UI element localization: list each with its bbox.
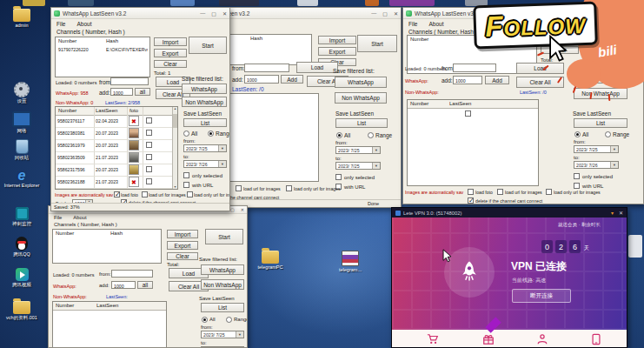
- dropdown-icon[interactable]: ▾: [218, 161, 226, 167]
- list-button[interactable]: List: [335, 118, 388, 128]
- dropdown-icon[interactable]: ▾: [372, 147, 380, 153]
- table-row[interactable]: 95802362188 21.07.2023 ✖: [56, 176, 173, 189]
- dropdown-icon[interactable]: ▾: [610, 162, 618, 168]
- desktop-icon-admin[interactable]: admin: [2, 9, 42, 28]
- from-input[interactable]: [110, 77, 149, 85]
- start-button[interactable]: Start: [189, 37, 227, 54]
- dropdown-icon[interactable]: ▾: [372, 163, 380, 169]
- clear-button[interactable]: Clear: [167, 252, 198, 260]
- partial-icon[interactable]: [219, 0, 259, 6]
- import-button[interactable]: Import: [318, 36, 356, 44]
- row-checkbox[interactable]: [465, 110, 471, 117]
- partial-icon[interactable]: [297, 0, 318, 6]
- add-input[interactable]: 1000: [244, 75, 279, 84]
- to-date-picker[interactable]: 2023/ 7/25▾: [335, 162, 381, 170]
- table-row[interactable]: 95862317596 20.07.2023: [56, 164, 173, 177]
- table-row[interactable]: 95802380381 20.07.2023: [56, 127, 173, 140]
- with-url-checkbox[interactable]: [574, 183, 580, 189]
- maximize-icon[interactable]: ▢: [211, 10, 216, 17]
- desktop-icon-ie[interactable]: e Internet Explorer: [2, 169, 42, 188]
- from-date-picker[interactable]: 2023/ 7/25▾: [183, 144, 227, 152]
- non-whatsapp-button[interactable]: Non WhatsApp: [201, 279, 244, 290]
- delete-channel-checkbox[interactable]: [468, 197, 474, 204]
- menu-file[interactable]: File: [408, 21, 417, 27]
- radio-all[interactable]: [574, 131, 581, 137]
- minimize-icon[interactable]: —: [200, 10, 205, 17]
- load-button[interactable]: Load: [516, 63, 564, 74]
- whatsapp-button[interactable]: WhatsApp: [201, 264, 244, 275]
- load-url-checkbox[interactable]: [497, 189, 503, 195]
- row-checkbox[interactable]: [146, 166, 152, 172]
- menu-file[interactable]: File: [56, 21, 65, 27]
- close-icon[interactable]: ✕: [394, 10, 398, 17]
- table-scrollbar[interactable]: ▲▼: [172, 107, 177, 189]
- close-icon[interactable]: ✕: [619, 210, 623, 216]
- radio-range[interactable]: [368, 132, 374, 138]
- radio-range[interactable]: [605, 131, 611, 137]
- channels-list[interactable]: Number Hash: [52, 229, 162, 264]
- table-row[interactable]: 95802361979 20.07.2023: [56, 139, 173, 152]
- to-date-picker[interactable]: 2023/ 7/26▾: [183, 160, 227, 168]
- disconnect-button[interactable]: 断开连接: [512, 289, 571, 303]
- desktop-icon-telegram-rar[interactable]: telegram...: [330, 251, 370, 272]
- list-button[interactable]: List: [201, 303, 244, 312]
- radio-range[interactable]: [208, 130, 214, 137]
- non-whatsapp-button[interactable]: Non WhatsApp: [335, 92, 387, 104]
- lastseen-table[interactable]: Number LastSeen foto 95802376117 02.04.2…: [55, 106, 178, 190]
- from-input[interactable]: [111, 270, 153, 278]
- list-button[interactable]: List: [183, 118, 227, 127]
- non-whatsapp-button[interactable]: Non WhatsApp: [182, 97, 227, 107]
- load-url-checkbox[interactable]: [142, 191, 148, 197]
- clear-button[interactable]: Clear: [154, 60, 187, 68]
- list-button[interactable]: List: [574, 118, 627, 128]
- export-button[interactable]: Export: [167, 241, 198, 250]
- menu-about[interactable]: About: [73, 215, 86, 220]
- table-row[interactable]: 95802376117 02.04.2023 ✖: [56, 115, 173, 128]
- partial-icon[interactable]: [389, 0, 435, 6]
- export-button[interactable]: Export: [154, 49, 187, 57]
- load-button[interactable]: Load: [296, 62, 338, 73]
- device-icon[interactable]: [590, 333, 602, 345]
- close-icon[interactable]: ✕: [222, 10, 227, 17]
- desktop-icon-telegrampc[interactable]: telegramPC: [250, 251, 290, 270]
- partial-icon[interactable]: [170, 0, 195, 6]
- only-selected-checkbox[interactable]: [183, 172, 189, 178]
- gift-icon[interactable]: [482, 333, 495, 345]
- import-button[interactable]: Import: [167, 230, 198, 238]
- row-checkbox[interactable]: [146, 142, 152, 148]
- start-button[interactable]: Start: [357, 35, 397, 52]
- desktop-icon-monitor[interactable]: 神刺监控: [2, 207, 42, 226]
- desktop-icon-vch-folder[interactable]: vch的资料.001: [2, 301, 42, 320]
- add-button[interactable]: Add: [485, 76, 509, 84]
- load-url-checkbox[interactable]: [236, 185, 242, 191]
- account-icon[interactable]: [536, 333, 548, 345]
- row-checkbox[interactable]: [146, 154, 152, 160]
- desktop-icon-qq[interactable]: 腾讯QQ: [2, 237, 42, 257]
- row-checkbox[interactable]: [146, 178, 152, 184]
- dropdown-icon[interactable]: ▾: [236, 331, 243, 338]
- desktop-icon-network[interactable]: 网络: [2, 111, 42, 133]
- start-button[interactable]: Start: [205, 229, 243, 244]
- dropdown-icon[interactable]: ▾: [218, 145, 226, 151]
- maximize-icon[interactable]: ▢: [230, 207, 235, 212]
- partial-icon[interactable]: [23, 0, 45, 6]
- non-whatsapp-button[interactable]: Non WhatsApp: [574, 88, 627, 99]
- load-only-url-checkbox[interactable]: [546, 189, 552, 195]
- lastseen-table[interactable]: Number LastSeen: [407, 99, 539, 186]
- channels-list[interactable]: Number Hash 917907226220 E:\OKC\FIVTEXER…: [55, 37, 150, 77]
- only-selected-checkbox[interactable]: [574, 173, 580, 179]
- radio-all[interactable]: [336, 132, 342, 138]
- load-foto-checkbox[interactable]: [468, 189, 474, 195]
- menu-file[interactable]: File: [54, 215, 62, 220]
- add-input[interactable]: 1000: [110, 88, 133, 96]
- maximize-icon[interactable]: ▢: [382, 10, 388, 17]
- dropdown-icon[interactable]: ▾: [610, 146, 618, 152]
- radio-range[interactable]: [226, 317, 232, 323]
- from-input[interactable]: [244, 64, 289, 72]
- add-button[interactable]: all: [137, 281, 153, 289]
- export-button[interactable]: Export: [318, 47, 356, 56]
- titlebar[interactable]: Lete VPN 3.0: (51748002) ▾✕: [392, 208, 627, 218]
- close-icon[interactable]: ✕: [241, 207, 244, 212]
- dropdown-icon[interactable]: ▾: [611, 210, 614, 216]
- add-input[interactable]: 1000: [453, 76, 482, 84]
